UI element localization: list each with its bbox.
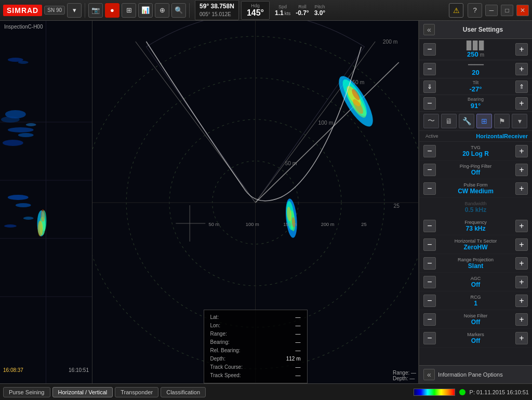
more-btn[interactable]: ▾ xyxy=(512,114,527,128)
gain-plus-btn[interactable]: + xyxy=(515,63,528,75)
noise-filter-row: − Noise Filter Off + xyxy=(419,310,532,329)
freq-minus-btn[interactable]: − xyxy=(423,220,436,232)
range-control-row: − ▊▊▊ 250 m + xyxy=(419,39,532,60)
info-overlay: Lat: — Lon: — Range: — Bearing: — Rel. B… xyxy=(204,310,308,383)
date-time-display: P: 01.11.2015 16:10:51 xyxy=(470,389,529,395)
coord-block: 59° 38.758N 005° 15.012E xyxy=(195,0,239,20)
heading-block: Hdg 145° xyxy=(241,1,270,20)
lon-key: Lon: xyxy=(210,322,220,330)
nf-plus-btn[interactable]: + xyxy=(515,313,528,326)
agc-plus-btn[interactable]: + xyxy=(515,276,528,288)
minimize-btn[interactable]: ─ xyxy=(485,5,498,16)
rcg-plus-btn[interactable]: + xyxy=(515,295,528,307)
close-btn[interactable]: ✕ xyxy=(516,5,529,16)
svg-point-47 xyxy=(286,207,292,222)
svg-point-14 xyxy=(23,217,34,220)
lat-val: — xyxy=(296,313,301,322)
corner-depth: Depth: — xyxy=(393,376,416,381)
agc-center: AGC Off xyxy=(436,276,515,288)
svg-point-43 xyxy=(350,88,361,101)
tilt-up-btn[interactable]: ⇑ xyxy=(515,81,528,93)
nf-minus-btn[interactable]: − xyxy=(423,313,436,326)
color-scale-bar xyxy=(414,389,455,396)
tab-classification[interactable]: Classification xyxy=(161,387,206,397)
freq-plus-btn[interactable]: + xyxy=(515,220,528,232)
collapse-left-btn[interactable]: « xyxy=(423,24,435,35)
grid-settings-btn[interactable]: ⊞ xyxy=(476,114,492,128)
tvg-minus-btn[interactable]: − xyxy=(423,145,436,157)
footer-collapse-btn[interactable]: « xyxy=(423,369,435,380)
tvg-plus-btn[interactable]: + xyxy=(515,145,528,157)
rcg-minus-btn[interactable]: − xyxy=(423,295,436,307)
pulse-plus-btn[interactable]: + xyxy=(515,182,528,195)
bearing-plus-btn[interactable]: + xyxy=(515,97,528,110)
htx-plus-btn[interactable]: + xyxy=(515,238,528,251)
settings-grid-btn[interactable]: ⊞ xyxy=(122,3,136,18)
dropdown-arrow-btn[interactable]: ▾ xyxy=(67,3,82,18)
flag-btn[interactable]: ⚑ xyxy=(494,114,510,128)
markers-minus-btn[interactable]: − xyxy=(423,332,436,344)
svg-point-25 xyxy=(169,119,341,286)
info-pane-options-footer[interactable]: « Information Pane Options xyxy=(419,365,532,383)
rcg-label: RCG xyxy=(436,295,515,300)
tab-transponder[interactable]: Transponder xyxy=(115,387,158,397)
separator xyxy=(85,3,85,18)
corner-range: Range: — xyxy=(393,370,416,376)
bottom-status: P: 01.11.2015 16:10:51 xyxy=(414,389,529,396)
longitude-display: 005° 15.012E xyxy=(200,11,234,18)
range-minus-btn[interactable]: − xyxy=(423,43,436,56)
info-range-row: Range: — xyxy=(210,330,301,338)
sonar-echoes-left xyxy=(0,21,92,383)
center-sonar-panel[interactable]: 50 m 100 m 150 m 200 m 25 xyxy=(92,21,419,383)
markers-plus-btn[interactable]: + xyxy=(515,332,528,344)
tab-horizontal-vertical[interactable]: Horizontal / Vertical xyxy=(52,387,113,397)
htx-minus-btn[interactable]: − xyxy=(423,238,436,251)
htx-value: ZeroHW xyxy=(436,244,515,251)
maximize-btn[interactable]: □ xyxy=(501,5,513,16)
tvg-value: 20 Log R xyxy=(436,150,515,157)
agc-minus-btn[interactable]: − xyxy=(423,276,436,288)
track-speed-val: — xyxy=(296,371,301,380)
sonar-wave-btn[interactable]: 〜 xyxy=(423,114,439,128)
zoom-btn[interactable]: 🔍 xyxy=(171,3,186,18)
sonar-display-left: InspectionC-H00 200 m 150 m 100 m 50 m 2… xyxy=(0,21,92,383)
help-btn[interactable]: ? xyxy=(468,3,482,18)
tilt-down-btn[interactable]: ⇓ xyxy=(423,81,436,93)
chart-btn[interactable]: 📊 xyxy=(138,3,153,18)
tab-purse-seining[interactable]: Purse Seining xyxy=(3,387,50,397)
target-btn[interactable]: ⊕ xyxy=(155,3,169,18)
gain-minus-btn[interactable]: − xyxy=(423,63,436,75)
markers-row: − Markers Off + xyxy=(419,329,532,348)
info-track-course-row: Track Course: — xyxy=(210,363,301,371)
monitor-btn[interactable]: 🖥 xyxy=(441,114,457,128)
ping-plus-btn[interactable]: + xyxy=(515,164,528,176)
svg-text:50 m: 50 m xyxy=(285,161,297,166)
pulse-minus-btn[interactable]: − xyxy=(423,182,436,195)
range-plus-btn[interactable]: + xyxy=(515,43,528,56)
rp-plus-btn[interactable]: + xyxy=(515,257,528,270)
roll-label: Roll xyxy=(298,4,307,9)
active-label: Active xyxy=(425,134,438,139)
svg-point-38 xyxy=(332,72,379,130)
speed-block: Spd 1.1 kts xyxy=(275,4,290,17)
pulse-center: Pulse Form CW Medium xyxy=(436,182,515,195)
latitude-display: 59° 38.758N xyxy=(200,2,234,11)
gain-control-row: − ━━━━━ 20 + xyxy=(419,60,532,78)
ping-minus-btn[interactable]: − xyxy=(423,164,436,176)
range-unit: m xyxy=(480,52,484,58)
svg-point-19 xyxy=(38,221,43,236)
record-btn[interactable]: ● xyxy=(105,3,119,18)
roll-block: Roll -0.7° xyxy=(296,4,309,17)
info-lat-row: Lat: — xyxy=(210,313,301,322)
tools-btn[interactable]: 🔧 xyxy=(459,114,474,128)
active-receiver-row: Active HorizontalReceiver xyxy=(419,131,532,142)
right-settings-panel: « User Settings − ▊▊▊ 250 m + − ━━━━━ xyxy=(419,21,532,383)
speed-unit: kts xyxy=(285,11,291,16)
rp-minus-btn[interactable]: − xyxy=(423,257,436,270)
bearing-minus-btn[interactable]: − xyxy=(423,97,436,110)
range-val: — xyxy=(296,330,301,338)
alert-btn[interactable]: ⚠ xyxy=(449,3,463,18)
status-indicator xyxy=(459,389,466,395)
svg-text:200 m: 200 m xyxy=(383,39,398,45)
camera-btn[interactable]: 📷 xyxy=(88,3,103,18)
